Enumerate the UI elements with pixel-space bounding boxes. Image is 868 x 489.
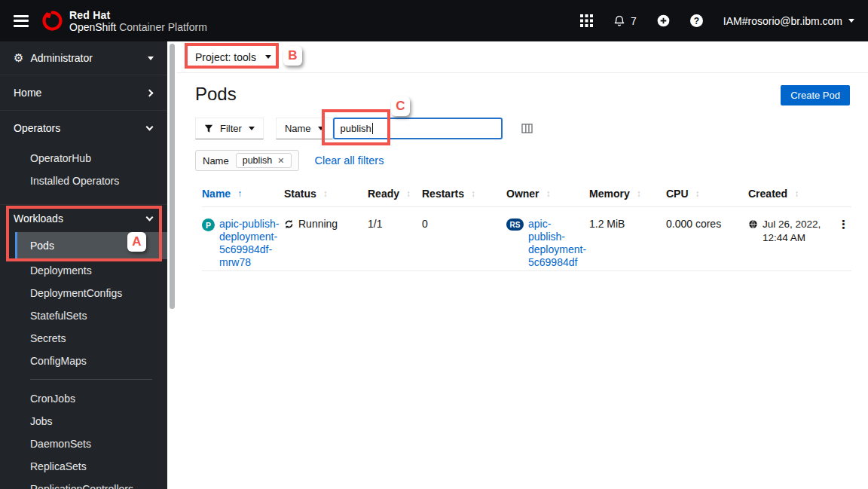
chevron-down-icon [848,19,854,23]
search-input-value: publish [341,123,371,134]
sync-running-icon [284,219,294,229]
pod-cpu-cell: 0.000 cores [666,218,748,269]
sidebar-scrollbar[interactable] [170,44,175,309]
sidebar-item-label: Operators [14,122,60,134]
app-launcher-icon[interactable] [580,14,593,27]
sidebar-item-operators[interactable]: Operators [0,111,167,145]
plus-circle-icon [657,14,670,27]
caret-down-icon [249,127,255,130]
notifications-button[interactable]: 7 [613,15,637,27]
sort-icon[interactable]: ↕ [794,188,799,199]
columns-icon [521,124,533,133]
chevron-down-icon [146,124,154,131]
sort-icon[interactable]: ↕ [546,188,551,199]
sidebar-item-replicationcontrollers[interactable]: ReplicationControllers [0,478,167,489]
column-management-button[interactable] [521,124,533,133]
masthead: Red Hat OpenShift Container Platform [0,0,868,41]
create-pod-button[interactable]: Create Pod [781,85,850,105]
chip-group-label: Name [203,155,229,167]
sidebar-item-label: Home [14,87,41,99]
notification-count: 7 [631,15,637,27]
row-kebab-menu[interactable]: ⋮ [833,218,854,269]
filter-funnel-icon [204,124,213,133]
column-header-restarts[interactable]: Restarts ↕ [422,188,506,200]
table-header-row: Name ↑ Status ↕ Ready ↕ Restarts ↕ Owner [202,188,851,207]
perspective-switcher[interactable]: ⚙ Administrator [0,41,167,75]
column-header-owner[interactable]: Owner ↕ [506,188,589,200]
sort-asc-icon[interactable]: ↑ [237,188,242,199]
cogs-icon: ⚙ [14,51,23,65]
chip-close-icon[interactable]: ✕ [277,156,284,166]
brand-logo: Red Hat OpenShift Container Platform [42,9,207,33]
sort-icon[interactable]: ↕ [406,188,411,199]
caret-down-icon [318,127,324,130]
sort-icon[interactable]: ↕ [323,188,328,199]
filter-chip: publish ✕ [236,153,292,168]
sort-icon[interactable]: ↕ [637,188,641,199]
sidebar-item-statefulsets[interactable]: StatefulSets [0,304,167,327]
column-header-ready[interactable]: Ready ↕ [368,188,422,200]
column-header-status[interactable]: Status ↕ [284,188,368,200]
project-selector[interactable]: Project: tools [195,51,271,63]
sidebar-item-daemonsets[interactable]: DaemonSets [0,432,167,455]
pod-owner-cell: RS apic-publish-deployment-5c69984df [506,218,589,269]
main-content: Project: tools Pods Create Pod Filter Na… [177,41,868,489]
column-header-cpu[interactable]: CPU ↕ [666,188,748,200]
pod-name-cell: P apic-publish-deployment-5c69984df-mrw7… [202,218,284,269]
help-icon[interactable]: ? [690,14,703,27]
chip-value: publish [243,155,273,166]
nav-toggle-icon[interactable] [12,14,30,28]
filter-attribute-label: Name [285,123,311,134]
import-yaml-button[interactable] [657,14,670,27]
column-header-memory[interactable]: Memory ↕ [589,188,666,200]
sidebar-item-cronjobs[interactable]: CronJobs [0,387,167,410]
active-filters-row: Name publish ✕ Clear all filters [195,150,868,171]
sidebar-item-home[interactable]: Home [0,75,167,110]
pod-badge: P [202,219,215,231]
column-header-name[interactable]: Name ↑ [202,188,284,200]
column-header-created[interactable]: Created ↕ [748,188,833,200]
caret-down-icon [265,55,271,59]
sidebar-item-deployments[interactable]: Deployments [0,259,167,282]
sidebar-item-deploymentconfigs[interactable]: DeploymentConfigs [0,282,167,304]
project-bar: Project: tools [177,41,868,73]
created-time: 12:44 AM [763,232,805,243]
replicaset-badge: RS [506,219,524,231]
brand-line2-suffix: Container Platform [116,21,207,33]
owner-link[interactable]: apic-publish-deployment-5c69984df [528,218,581,269]
sidebar-item-operatorhub[interactable]: OperatorHub [0,147,167,170]
clear-all-filters-link[interactable]: Clear all filters [315,154,384,167]
name-search-input[interactable]: publish [333,118,503,139]
sort-icon[interactable]: ↕ [471,188,475,199]
sidebar-item-replicasets[interactable]: ReplicaSets [0,455,167,478]
user-menu[interactable]: IAM#rosorio@br.ibm.com [723,15,854,27]
table-row: P apic-publish-deployment-5c69984df-mrw7… [202,207,851,271]
filter-attribute-dropdown[interactable]: Name [276,118,333,139]
sidebar-scroll-track[interactable] [167,41,177,489]
filter-dropdown-label: Filter [220,123,242,134]
pod-restarts-cell: 0 [422,218,506,269]
pod-ready-cell: 1/1 [368,218,422,269]
filter-toolbar: Filter Name publish [195,118,868,139]
openshift-console: Red Hat OpenShift Container Platform [0,0,868,489]
project-selector-label: Project: tools [195,51,256,63]
brand-line1: Red Hat [69,9,207,21]
chevron-down-icon [146,214,154,222]
sidebar-item-installed-operators[interactable]: Installed Operators [0,170,167,192]
filter-dropdown[interactable]: Filter [195,118,264,139]
pod-memory-cell: 1.2 MiB [589,218,666,269]
sidebar-item-configmaps[interactable]: ConfigMaps [0,350,167,372]
pod-name-link[interactable]: apic-publish-deployment-5c69984df-mrw78 [219,218,280,269]
pod-status-cell: Running [284,218,368,269]
sidebar-item-workloads[interactable]: Workloads [0,205,167,232]
brand-line2-product: OpenShift [69,21,116,33]
sidebar-item-pods[interactable]: Pods [15,232,167,259]
pod-status-text: Running [298,218,338,230]
user-name: IAM#rosorio@br.ibm.com [723,15,842,27]
text-cursor [372,123,373,134]
sidebar-item-jobs[interactable]: Jobs [0,410,167,432]
sidebar-nav: ⚙ Administrator Home Operators OperatorH… [0,41,167,489]
sort-icon[interactable]: ↕ [695,188,700,199]
page-title: Pods [195,84,850,105]
sidebar-item-secrets[interactable]: Secrets [0,327,167,350]
